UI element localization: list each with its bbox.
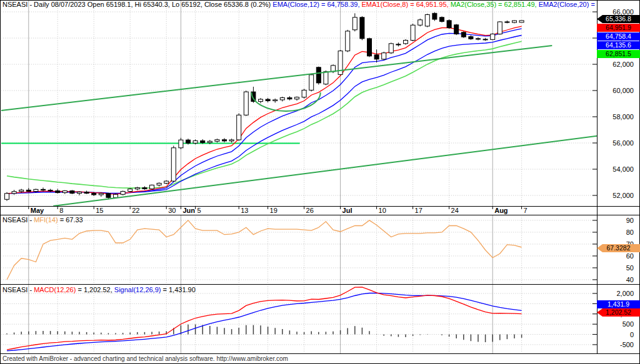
candle-down <box>56 191 60 193</box>
title-segment: MACD(12,26) <box>34 286 76 293</box>
candle-up <box>411 25 415 40</box>
price-pane-title: NSEASI - Daily 08/07/2023 Open 65198.1, … <box>2 1 595 8</box>
axis-tick-label: 60 <box>626 252 634 260</box>
candle-down <box>440 17 444 22</box>
mfi-pane-title: NSEASI - MFI(14) = 67.33 <box>2 216 83 224</box>
candle-up <box>179 140 183 148</box>
candle-down <box>476 39 481 39</box>
ma35-chip: 62,851.5 <box>597 50 640 58</box>
date-label: May <box>31 207 44 214</box>
title-segment: EMA(Close,12) = 64,758.39, <box>272 1 361 8</box>
candle-up <box>208 141 212 142</box>
candle-up <box>164 181 169 183</box>
candle-down <box>48 190 52 191</box>
candle-down <box>360 17 364 39</box>
date-label: 5 <box>198 207 201 214</box>
candle-down <box>106 194 111 198</box>
mfi-chip: 67.3282 <box>597 244 640 252</box>
date-label: Jun <box>182 207 195 214</box>
candle-up <box>5 194 9 199</box>
ema20-chip: 64,135.6 <box>597 41 640 49</box>
candle-up <box>19 190 24 191</box>
title-segment: = 1,431.90 <box>161 286 195 293</box>
date-label: 17 <box>415 207 422 214</box>
candle-down <box>454 25 459 34</box>
candle-up <box>150 185 154 189</box>
candle-down <box>222 140 227 141</box>
candle-up <box>99 194 103 195</box>
axis-tick-label: 56,000 <box>612 139 634 147</box>
candle-up <box>273 100 278 101</box>
candle-up <box>280 98 284 100</box>
date-label: 26 <box>306 207 314 214</box>
candle-up <box>491 34 495 39</box>
title-segment: NSEASI - Daily 08/07/2023 Open 65198.1, … <box>2 1 272 8</box>
candle-down <box>447 21 451 28</box>
amibroker-chart-window: 66,00064,00062,00060,00058,00056,00054,0… <box>0 0 640 364</box>
axis-tick-label: 40 <box>626 276 634 283</box>
date-label: 30 <box>168 207 176 214</box>
axis-tick-label: 58,000 <box>612 113 634 121</box>
title-segment: MFI(14) <box>34 216 58 224</box>
date-label: 24 <box>451 207 459 214</box>
axis-tick-label: 62,000 <box>612 61 634 68</box>
candle-up <box>229 140 234 141</box>
chart-canvas[interactable]: 66,00064,00062,00060,00058,00056,00054,0… <box>0 0 640 364</box>
signal-chip: 1,431.9 <box>597 300 640 308</box>
candle-down <box>483 39 488 40</box>
candle-up <box>128 189 132 192</box>
axis-tick-label: 60,000 <box>612 87 634 94</box>
candle-down <box>84 192 89 194</box>
candle-down <box>396 44 401 45</box>
ema8-chip: 64,951.9 <box>597 24 640 32</box>
candle-up <box>346 31 350 51</box>
candle-up <box>309 75 314 91</box>
candle-up <box>237 115 241 140</box>
date-label: 8 <box>59 207 63 214</box>
ema12-chip: 64,758.4 <box>597 32 640 41</box>
date-label: Jul <box>342 207 352 214</box>
date-label: 13 <box>241 207 248 214</box>
candle-down <box>469 37 473 39</box>
date-label: 10 <box>379 207 386 214</box>
candle-up <box>157 183 161 185</box>
title-segment: EMA1(Close,8) = 64,951.95, <box>362 1 451 8</box>
candle-down <box>288 98 292 99</box>
candle-up <box>135 188 139 189</box>
candle-up <box>295 97 299 99</box>
axis-tick-label: 52,000 <box>612 192 634 199</box>
candle-down <box>461 32 466 37</box>
candle-up <box>404 41 408 44</box>
candle-up <box>12 192 16 194</box>
macd-pane-title: NSEASI - MACD(12,26) = 1,202.52, Signal(… <box>2 286 196 293</box>
candle-down <box>70 191 74 194</box>
candle-up <box>259 99 263 101</box>
candle-up <box>114 194 118 197</box>
candle-down <box>41 189 46 190</box>
candle-down <box>142 188 147 189</box>
title-segment: NSEASI - <box>2 286 34 293</box>
candle-up <box>519 21 524 22</box>
candle-up <box>498 22 502 34</box>
candle-down <box>368 39 372 56</box>
title-segment: EMA2(Close,20) = 6 <box>539 1 595 8</box>
candle-up <box>389 44 393 53</box>
candle-down <box>432 13 437 19</box>
date-label: 7 <box>524 207 528 214</box>
footer-credit: Created with AmiBroker - advanced charti… <box>2 355 288 362</box>
axis-tick-label: 66,000 <box>612 8 634 16</box>
date-label: 15 <box>96 207 103 214</box>
last-price-chip: 65,336.8 <box>597 15 640 23</box>
candle-down <box>92 194 96 195</box>
chart-background <box>0 0 640 364</box>
date-label: Aug <box>494 207 508 214</box>
candle-up <box>425 14 429 26</box>
candle-down <box>186 140 191 143</box>
candle-up <box>62 191 67 193</box>
axis-tick-label: 80 <box>626 229 634 236</box>
title-segment: MA2(Close,35) = 62,851.49, <box>451 1 539 8</box>
candle-down <box>505 22 509 22</box>
macd-chip: 1,202.52 <box>597 308 640 317</box>
candle-up <box>171 148 176 181</box>
title-segment: = 67.33 <box>58 216 83 224</box>
